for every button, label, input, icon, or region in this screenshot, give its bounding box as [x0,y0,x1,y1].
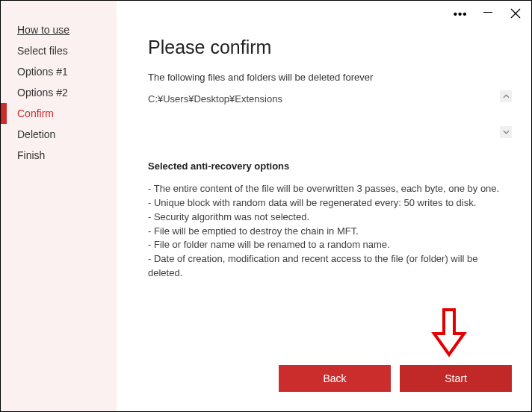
file-list-container: C:¥Users¥Desktop¥Extensions [148,90,512,134]
sidebar: How to use Select files Options #1 Optio… [1,1,117,411]
sidebar-item-confirm[interactable]: Confirm [1,103,117,124]
option-item: - Date of creation, modification and rec… [148,252,512,281]
sidebar-item-options-2[interactable]: Options #2 [1,82,117,103]
file-list: C:¥Users¥Desktop¥Extensions [148,90,512,134]
sidebar-item-deletion[interactable]: Deletion [1,124,117,145]
sidebar-item-label: Select files [17,45,68,57]
sidebar-item-label: How to use [17,24,69,36]
scroll-up-icon[interactable] [500,90,512,102]
sidebar-item-how-to-use[interactable]: How to use [1,19,117,40]
option-item: - File or folder name will be renamed to… [148,238,512,252]
back-button[interactable]: Back [279,365,391,392]
page-title: Please confirm [148,37,512,58]
option-item: - File will be emptied to destroy the ch… [148,225,512,239]
options-list: - The entire content of the file will be… [148,182,512,281]
sidebar-item-label: Options #2 [17,87,68,99]
sidebar-item-options-1[interactable]: Options #1 [1,61,117,82]
option-item: - The entire content of the file will be… [148,182,512,196]
scroll-down-icon[interactable] [500,126,512,138]
sidebar-item-label: Finish [17,149,45,161]
close-icon[interactable] [509,7,522,20]
delete-warning-text: The following files and folders will be … [148,72,512,83]
sidebar-item-select-files[interactable]: Select files [1,40,117,61]
option-item: - Security algorithm was not selected. [148,210,512,225]
sidebar-item-label: Confirm [17,107,54,119]
main-content: Please confirm The following files and f… [117,1,531,411]
button-row: Back Start [148,365,512,396]
file-list-item: C:¥Users¥Desktop¥Extensions [148,93,498,104]
options-heading: Selected anti-recovery options [148,160,512,172]
title-bar: ••• [454,7,522,20]
more-icon[interactable]: ••• [454,7,467,20]
option-item: - Unique block with random data will be … [148,196,512,210]
sidebar-item-finish[interactable]: Finish [1,145,117,166]
minimize-icon[interactable] [483,12,492,13]
sidebar-item-label: Options #1 [17,66,68,78]
sidebar-item-label: Deletion [17,128,55,140]
start-button[interactable]: Start [400,365,512,392]
